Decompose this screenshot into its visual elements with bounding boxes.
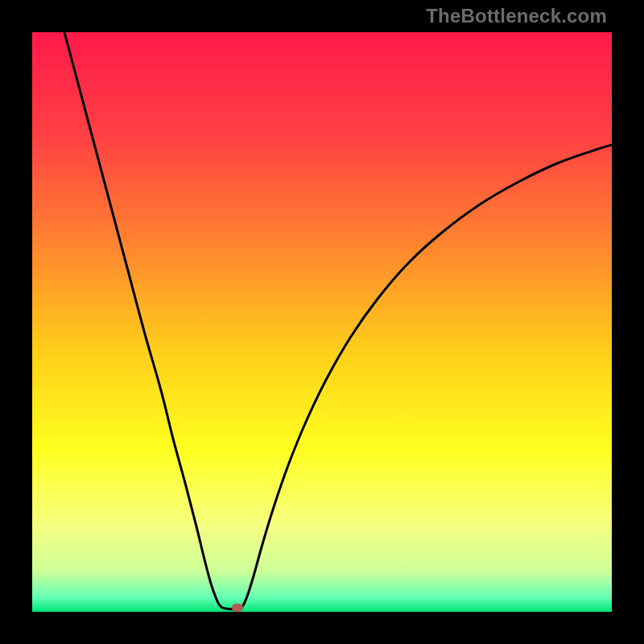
- watermark-text: TheBottleneck.com: [426, 5, 607, 27]
- gradient-background: [32, 32, 612, 612]
- chart-frame: [32, 32, 612, 612]
- optimum-marker: [232, 604, 243, 612]
- svg-rect-0: [32, 32, 612, 612]
